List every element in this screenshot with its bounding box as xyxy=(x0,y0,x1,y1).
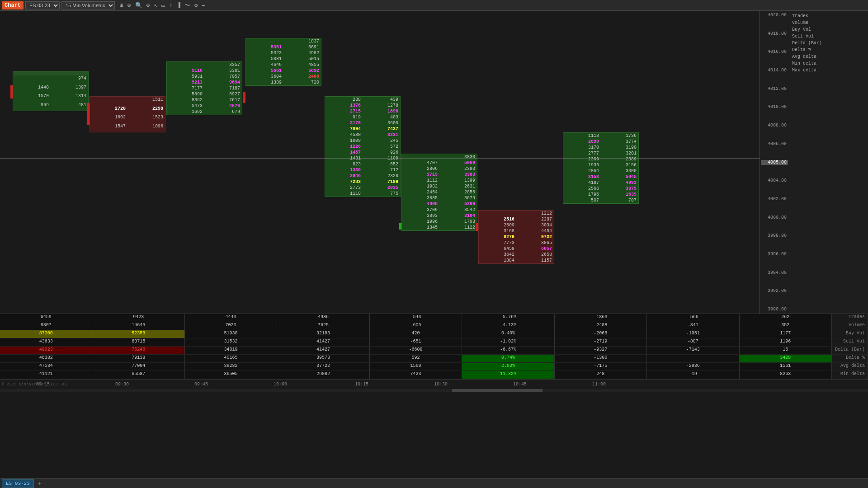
bar-icon[interactable]: ▐ xyxy=(175,1,182,9)
row-label-sellvol: Sell Vol xyxy=(832,338,868,346)
price-level: 4006.00 xyxy=(761,141,788,146)
data-cell: 47534 xyxy=(0,363,92,371)
data-cell: 9423 xyxy=(92,314,184,322)
data-cell: 49023 xyxy=(0,347,92,354)
time-label: 10:00 xyxy=(274,382,287,387)
right-panel-label: Volume xyxy=(790,19,867,26)
data-cell: 14645 xyxy=(92,322,184,330)
data-row-sellvol: 43633 63715 31532 41427 -651 -1.02% -271… xyxy=(0,338,868,347)
tab-es0323[interactable]: ES 03-23 xyxy=(2,479,34,488)
data-cell: 1560 xyxy=(370,363,462,371)
tab-add-button[interactable]: + xyxy=(36,480,43,487)
scrollbar-thumb[interactable] xyxy=(452,389,542,392)
data-cell: 63715 xyxy=(92,338,184,346)
data-cell: 352 xyxy=(740,322,832,330)
data-cell: 39573 xyxy=(277,355,369,362)
instrument-dropdown[interactable]: ES 03-23 xyxy=(25,1,60,9)
time-label: 09:30 xyxy=(115,382,129,387)
data-cell: -1863 xyxy=(555,314,647,322)
data-cell: 7020 xyxy=(185,322,277,330)
price-level: 4020.00 xyxy=(761,13,788,18)
data-cell: 40165 xyxy=(185,355,277,362)
candle-block: 3830 4707 5069 28062393 3719 3383 111213… xyxy=(401,154,477,231)
data-row-delta-bar: 49023 76246 34819 41427 -6608 -6.67% -93… xyxy=(0,347,868,355)
bottom-data-table: 6459 9423 4443 4986 -543 -5.76% -1863 -5… xyxy=(0,314,868,379)
row-label-min-delta: Min delta xyxy=(832,371,868,379)
data-cell: 0.40% xyxy=(462,330,554,338)
row-label-trades: Trades xyxy=(832,314,868,322)
data-cell: 6459 xyxy=(0,314,92,322)
price-level: 4008.00 xyxy=(761,123,788,128)
text-icon[interactable]: T xyxy=(168,1,174,9)
right-panel-label: Buy Vol xyxy=(790,26,867,33)
row-label-delta-pct: Delta % xyxy=(832,355,868,362)
data-cell: -6608 xyxy=(370,347,462,354)
crosshair-icon[interactable]: ⊕ xyxy=(126,1,132,9)
data-cell: 11.32% xyxy=(462,371,554,379)
data-cell: -566 xyxy=(647,314,739,322)
data-cell: 43633 xyxy=(0,338,92,346)
toolbar-icons: ⊞ ⊕ 🔍 ⊕ ↖ ▭ T ▐ 〜 ⚙ ⋯ xyxy=(118,1,207,10)
data-cell: -9327 xyxy=(555,347,647,354)
candle-block: 11181736 26993774 31703190 27773201 2309… xyxy=(563,132,639,204)
data-cell: 16 xyxy=(740,347,832,354)
candle-edge-green xyxy=(399,223,401,230)
candle-block: 1837 53515691 53234982 50815015 46494855… xyxy=(245,38,321,86)
data-cell: 34819 xyxy=(185,347,277,354)
data-cell: -543 xyxy=(370,314,462,322)
row-label-avg-delta: Avg delta xyxy=(832,363,868,371)
data-cell: -887 xyxy=(647,338,739,346)
data-cell: 248 xyxy=(555,371,647,379)
right-panel-label: Avg delta xyxy=(790,53,867,60)
data-cell: -1300 xyxy=(555,355,647,362)
price-level: 3992.00 xyxy=(761,288,788,293)
copyright-label: © 2023 NinjaTrader, LLC 262 xyxy=(2,382,68,387)
data-cell: 29082 xyxy=(277,371,369,379)
data-cell: -1.02% xyxy=(462,338,554,346)
zoom-in-icon[interactable]: ⊕ xyxy=(145,1,151,9)
data-cell: 1561 xyxy=(740,363,832,371)
grid-icon[interactable]: ⊞ xyxy=(118,1,125,9)
data-cell: 36505 xyxy=(185,371,277,379)
data-cell xyxy=(647,355,739,362)
candle-edge-red xyxy=(476,223,478,231)
data-cell: 4986 xyxy=(277,314,369,322)
data-cell: 3428 xyxy=(740,355,832,362)
data-cell: 77004 xyxy=(92,363,184,371)
pointer-icon[interactable]: ↖ xyxy=(153,1,159,9)
right-panel-label: Trades xyxy=(790,13,867,19)
price-line xyxy=(0,158,760,159)
more-icon[interactable]: ⋯ xyxy=(201,1,207,9)
data-cell: -605 xyxy=(370,322,462,330)
data-row-min-delta: 41121 65587 36505 29082 7423 11.32% 248 … xyxy=(0,371,868,379)
wave-icon[interactable]: 〜 xyxy=(183,1,192,10)
time-axis: 09:15 09:30 09:45 10:00 10:15 10:30 10:4… xyxy=(0,379,868,389)
time-label: 11:00 xyxy=(592,382,606,387)
data-cell: -651 xyxy=(370,338,462,346)
price-level: 4012.00 xyxy=(761,86,788,91)
data-cell: -2068 xyxy=(555,330,647,338)
settings-icon[interactable]: ⚙ xyxy=(193,1,199,9)
candle-block: 1212 25162287 26093034 31684454 8279 973… xyxy=(478,210,554,264)
data-row-trades: 6459 9423 4443 4986 -543 -5.76% -1863 -5… xyxy=(0,314,868,322)
price-level: 4000.00 xyxy=(761,215,788,220)
data-cell: 1177 xyxy=(740,330,832,338)
tab-bar: ES 03-23 + xyxy=(0,478,868,488)
right-panel-label: Min delta xyxy=(790,60,867,67)
rect-icon[interactable]: ▭ xyxy=(160,1,166,9)
data-cell: -7175 xyxy=(555,363,647,371)
chart-area[interactable]: 974 14401397 15701314 969481 1511 2720 2… xyxy=(0,13,760,315)
candle-block: 3357 51165301 59317057 9213 9694 7177718… xyxy=(166,61,242,115)
data-cell: 1196 xyxy=(740,338,832,346)
data-cell: 7625 xyxy=(277,322,369,330)
data-cell: -5.76% xyxy=(462,314,554,322)
data-cell: -2719 xyxy=(555,338,647,346)
data-cell: 41121 xyxy=(0,371,92,379)
row-label-volume: Volume xyxy=(832,322,868,330)
price-badge: 4005.00 xyxy=(761,160,788,165)
scrollbar-h[interactable] xyxy=(0,389,868,392)
data-cell: 262 xyxy=(740,314,832,322)
time-label: 10:45 xyxy=(513,382,527,387)
zoom-out-icon[interactable]: 🔍 xyxy=(134,1,144,9)
timeframe-dropdown[interactable]: 15 Min Volumetric xyxy=(61,1,115,9)
